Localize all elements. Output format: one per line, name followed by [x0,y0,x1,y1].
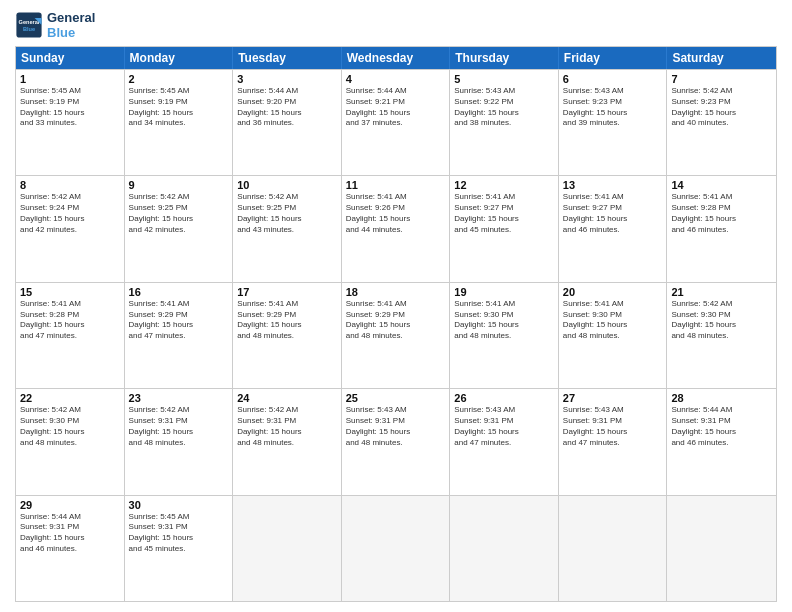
day-cell-14: 14Sunrise: 5:41 AMSunset: 9:28 PMDayligh… [667,176,776,281]
day-info: Sunrise: 5:45 AMSunset: 9:19 PMDaylight:… [129,86,229,129]
day-number: 13 [563,179,663,191]
logo: General Blue General Blue [15,10,95,40]
logo-icon: General Blue [15,11,43,39]
day-number: 1 [20,73,120,85]
day-number: 30 [129,499,229,511]
day-number: 6 [563,73,663,85]
day-info: Sunrise: 5:41 AMSunset: 9:28 PMDaylight:… [671,192,772,235]
day-number: 23 [129,392,229,404]
empty-cell [559,496,668,601]
day-info: Sunrise: 5:42 AMSunset: 9:23 PMDaylight:… [671,86,772,129]
day-cell-12: 12Sunrise: 5:41 AMSunset: 9:27 PMDayligh… [450,176,559,281]
header-day-thursday: Thursday [450,47,559,69]
calendar-week-4: 22Sunrise: 5:42 AMSunset: 9:30 PMDayligh… [16,388,776,494]
day-cell-10: 10Sunrise: 5:42 AMSunset: 9:25 PMDayligh… [233,176,342,281]
day-number: 22 [20,392,120,404]
header-day-friday: Friday [559,47,668,69]
day-info: Sunrise: 5:41 AMSunset: 9:30 PMDaylight:… [563,299,663,342]
day-cell-8: 8Sunrise: 5:42 AMSunset: 9:24 PMDaylight… [16,176,125,281]
day-info: Sunrise: 5:42 AMSunset: 9:30 PMDaylight:… [671,299,772,342]
day-info: Sunrise: 5:41 AMSunset: 9:29 PMDaylight:… [237,299,337,342]
day-cell-18: 18Sunrise: 5:41 AMSunset: 9:29 PMDayligh… [342,283,451,388]
calendar-body: 1Sunrise: 5:45 AMSunset: 9:19 PMDaylight… [16,69,776,601]
svg-text:Blue: Blue [23,26,35,32]
day-number: 26 [454,392,554,404]
day-info: Sunrise: 5:43 AMSunset: 9:23 PMDaylight:… [563,86,663,129]
calendar-page: General Blue General Blue SundayMondayTu… [0,0,792,612]
day-cell-29: 29Sunrise: 5:44 AMSunset: 9:31 PMDayligh… [16,496,125,601]
day-number: 29 [20,499,120,511]
day-number: 15 [20,286,120,298]
day-cell-28: 28Sunrise: 5:44 AMSunset: 9:31 PMDayligh… [667,389,776,494]
logo-text: General Blue [47,10,95,40]
calendar-week-2: 8Sunrise: 5:42 AMSunset: 9:24 PMDaylight… [16,175,776,281]
day-cell-1: 1Sunrise: 5:45 AMSunset: 9:19 PMDaylight… [16,70,125,175]
day-info: Sunrise: 5:43 AMSunset: 9:31 PMDaylight:… [454,405,554,448]
day-number: 24 [237,392,337,404]
day-number: 10 [237,179,337,191]
day-number: 8 [20,179,120,191]
day-info: Sunrise: 5:41 AMSunset: 9:29 PMDaylight:… [129,299,229,342]
empty-cell [233,496,342,601]
header-day-sunday: Sunday [16,47,125,69]
day-number: 7 [671,73,772,85]
day-cell-7: 7Sunrise: 5:42 AMSunset: 9:23 PMDaylight… [667,70,776,175]
day-info: Sunrise: 5:42 AMSunset: 9:25 PMDaylight:… [237,192,337,235]
day-info: Sunrise: 5:41 AMSunset: 9:27 PMDaylight:… [454,192,554,235]
empty-cell [450,496,559,601]
day-cell-25: 25Sunrise: 5:43 AMSunset: 9:31 PMDayligh… [342,389,451,494]
day-number: 27 [563,392,663,404]
day-info: Sunrise: 5:41 AMSunset: 9:29 PMDaylight:… [346,299,446,342]
day-cell-2: 2Sunrise: 5:45 AMSunset: 9:19 PMDaylight… [125,70,234,175]
day-info: Sunrise: 5:41 AMSunset: 9:26 PMDaylight:… [346,192,446,235]
day-number: 14 [671,179,772,191]
day-cell-24: 24Sunrise: 5:42 AMSunset: 9:31 PMDayligh… [233,389,342,494]
day-number: 17 [237,286,337,298]
day-cell-4: 4Sunrise: 5:44 AMSunset: 9:21 PMDaylight… [342,70,451,175]
day-info: Sunrise: 5:44 AMSunset: 9:20 PMDaylight:… [237,86,337,129]
day-cell-17: 17Sunrise: 5:41 AMSunset: 9:29 PMDayligh… [233,283,342,388]
day-cell-20: 20Sunrise: 5:41 AMSunset: 9:30 PMDayligh… [559,283,668,388]
day-number: 28 [671,392,772,404]
day-number: 9 [129,179,229,191]
day-cell-19: 19Sunrise: 5:41 AMSunset: 9:30 PMDayligh… [450,283,559,388]
day-cell-3: 3Sunrise: 5:44 AMSunset: 9:20 PMDaylight… [233,70,342,175]
day-number: 3 [237,73,337,85]
day-cell-26: 26Sunrise: 5:43 AMSunset: 9:31 PMDayligh… [450,389,559,494]
calendar-week-5: 29Sunrise: 5:44 AMSunset: 9:31 PMDayligh… [16,495,776,601]
header-day-tuesday: Tuesday [233,47,342,69]
day-cell-13: 13Sunrise: 5:41 AMSunset: 9:27 PMDayligh… [559,176,668,281]
day-info: Sunrise: 5:45 AMSunset: 9:19 PMDaylight:… [20,86,120,129]
calendar-grid: SundayMondayTuesdayWednesdayThursdayFrid… [15,46,777,602]
day-info: Sunrise: 5:42 AMSunset: 9:25 PMDaylight:… [129,192,229,235]
day-cell-22: 22Sunrise: 5:42 AMSunset: 9:30 PMDayligh… [16,389,125,494]
day-info: Sunrise: 5:43 AMSunset: 9:22 PMDaylight:… [454,86,554,129]
day-info: Sunrise: 5:43 AMSunset: 9:31 PMDaylight:… [563,405,663,448]
page-header: General Blue General Blue [15,10,777,40]
day-info: Sunrise: 5:44 AMSunset: 9:31 PMDaylight:… [20,512,120,555]
day-number: 5 [454,73,554,85]
day-cell-6: 6Sunrise: 5:43 AMSunset: 9:23 PMDaylight… [559,70,668,175]
day-number: 25 [346,392,446,404]
day-cell-21: 21Sunrise: 5:42 AMSunset: 9:30 PMDayligh… [667,283,776,388]
day-info: Sunrise: 5:41 AMSunset: 9:30 PMDaylight:… [454,299,554,342]
day-cell-11: 11Sunrise: 5:41 AMSunset: 9:26 PMDayligh… [342,176,451,281]
day-info: Sunrise: 5:42 AMSunset: 9:31 PMDaylight:… [237,405,337,448]
day-info: Sunrise: 5:42 AMSunset: 9:24 PMDaylight:… [20,192,120,235]
day-number: 18 [346,286,446,298]
day-info: Sunrise: 5:42 AMSunset: 9:30 PMDaylight:… [20,405,120,448]
day-cell-23: 23Sunrise: 5:42 AMSunset: 9:31 PMDayligh… [125,389,234,494]
day-number: 20 [563,286,663,298]
header-day-wednesday: Wednesday [342,47,451,69]
day-number: 11 [346,179,446,191]
empty-cell [667,496,776,601]
day-cell-27: 27Sunrise: 5:43 AMSunset: 9:31 PMDayligh… [559,389,668,494]
day-info: Sunrise: 5:45 AMSunset: 9:31 PMDaylight:… [129,512,229,555]
calendar-header: SundayMondayTuesdayWednesdayThursdayFrid… [16,47,776,69]
day-info: Sunrise: 5:43 AMSunset: 9:31 PMDaylight:… [346,405,446,448]
day-cell-15: 15Sunrise: 5:41 AMSunset: 9:28 PMDayligh… [16,283,125,388]
day-number: 2 [129,73,229,85]
calendar-week-1: 1Sunrise: 5:45 AMSunset: 9:19 PMDaylight… [16,69,776,175]
day-number: 12 [454,179,554,191]
day-cell-9: 9Sunrise: 5:42 AMSunset: 9:25 PMDaylight… [125,176,234,281]
